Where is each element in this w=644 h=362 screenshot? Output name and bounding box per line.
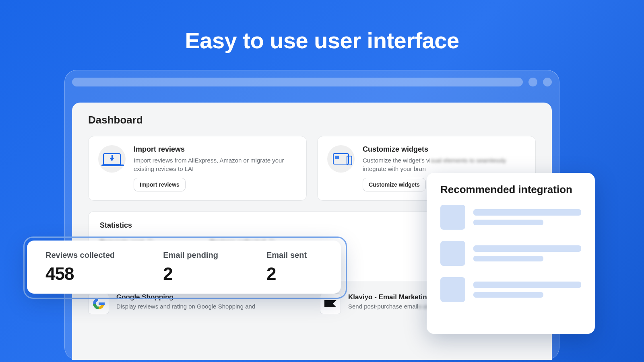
browser-control-dot[interactable] bbox=[543, 78, 552, 86]
stat-label: Email sent bbox=[266, 251, 307, 260]
integration-desc: Display reviews and rating on Google Sho… bbox=[116, 303, 255, 310]
stat-reviews-collected: Reviews collected 458 bbox=[45, 251, 115, 284]
customize-icon bbox=[327, 145, 355, 173]
page-title: Dashboard bbox=[88, 114, 536, 126]
browser-bar bbox=[72, 78, 552, 86]
stat-email-pending: Email pending 2 bbox=[163, 251, 218, 284]
customize-widgets-button[interactable]: Customize widgets bbox=[363, 178, 426, 191]
stat-value: 2 bbox=[266, 264, 307, 284]
recommended-integration-panel: Recommended integration bbox=[427, 173, 595, 334]
import-reviews-button[interactable]: Import reviews bbox=[134, 178, 186, 191]
stat-label: Reviews collected bbox=[45, 251, 115, 260]
stats-highlight-card: Reviews collected 458 Email pending 2 Em… bbox=[27, 241, 341, 294]
import-reviews-card: Import reviews Import reviews from AliEx… bbox=[88, 136, 307, 201]
stat-label: Email pending bbox=[163, 251, 218, 260]
integration-thumb-placeholder bbox=[440, 205, 465, 230]
hero-title: Easy to use user interface bbox=[0, 0, 644, 53]
recommended-item[interactable] bbox=[440, 205, 581, 230]
import-card-desc: Import reviews from AliExpress, Amazon o… bbox=[134, 156, 297, 173]
url-bar[interactable] bbox=[72, 78, 523, 86]
stat-value: 2 bbox=[163, 264, 218, 284]
stat-email-sent: Email sent 2 bbox=[266, 251, 307, 284]
recommended-item[interactable] bbox=[440, 241, 581, 266]
integration-thumb-placeholder bbox=[440, 277, 465, 302]
import-card-title: Import reviews bbox=[134, 145, 297, 154]
recommended-title: Recommended integration bbox=[440, 183, 581, 196]
customize-card-title: Customize widgets bbox=[363, 145, 506, 154]
recommended-item[interactable] bbox=[440, 277, 581, 302]
browser-control-dot[interactable] bbox=[528, 78, 537, 86]
import-icon bbox=[98, 145, 126, 173]
customize-card-desc: Customize the widget's visual elements t… bbox=[363, 156, 506, 173]
stat-value: 458 bbox=[45, 264, 115, 284]
integration-thumb-placeholder bbox=[440, 241, 465, 266]
